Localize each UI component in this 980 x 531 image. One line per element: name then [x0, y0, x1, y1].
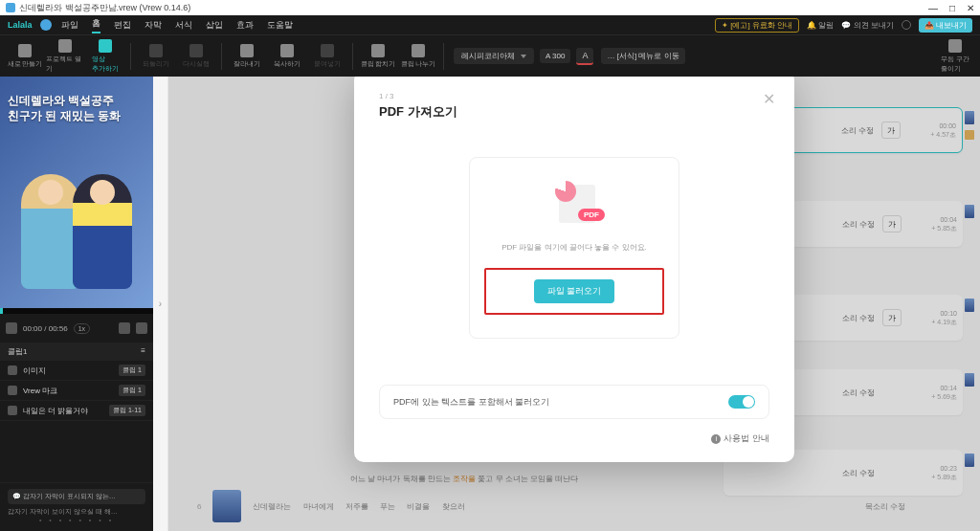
notify-button[interactable]: 🔔 알림	[807, 20, 834, 31]
chevron-down-icon	[521, 55, 526, 58]
usage-guide-button[interactable]: i사용법 안내	[379, 432, 769, 445]
playbar[interactable]	[0, 308, 153, 314]
play-button[interactable]	[6, 322, 17, 334]
menu-home[interactable]: 홈	[92, 17, 100, 33]
music-icon	[8, 406, 17, 415]
redo-icon	[189, 44, 203, 57]
notice-line: 갑자기 자막이 보이지 않으실 때 해…	[8, 507, 145, 517]
menubar: Lalala 파일 홈 편집 자막 서식 삽입 효과 도움말 ✦ [예고] 유료…	[0, 15, 980, 34]
tool-open[interactable]: 프로젝트 열기	[46, 37, 84, 76]
tool-copy[interactable]: 복사하기	[268, 37, 306, 76]
menu-insert[interactable]: 삽입	[206, 19, 223, 32]
window-minimize[interactable]: —	[928, 3, 938, 13]
modal-overlay: 1 / 3 PDF 가져오기 ✕ PDF PDF 파일을 여기에 끌어다 놓을 …	[168, 77, 980, 531]
window-maximize[interactable]: □	[949, 3, 955, 13]
left-panel: 신데렐라와 백설공주 친구가 된 재밌는 동화 00:00 / 00:56 1x…	[0, 77, 153, 531]
list-menu-icon[interactable]: ≡	[141, 346, 145, 357]
undo-icon	[149, 44, 163, 57]
main: 신데렐라와 백설공주 친구가 된 재밌는 동화 00:00 / 00:56 1x…	[0, 77, 980, 531]
clip-row[interactable]: 이미지클립 1	[0, 361, 153, 381]
speed-button[interactable]: 1x	[74, 323, 90, 334]
info-icon: i	[711, 434, 721, 444]
tool-merge-clip[interactable]: 클립 합치기	[359, 37, 397, 76]
user-avatar[interactable]	[40, 19, 52, 31]
font-color[interactable]: A	[576, 48, 593, 65]
menu-subtitle[interactable]: 자막	[145, 19, 162, 32]
tool-undo: 되돌리기	[137, 37, 175, 76]
add-video-icon	[99, 39, 112, 53]
player-time: 00:00 / 00:56	[23, 324, 68, 333]
open-icon	[58, 39, 72, 53]
modal-close-button[interactable]: ✕	[763, 90, 775, 108]
window-title: 신데렐라와 백설공주만남.vrew (Vrew 0.14.6)	[19, 2, 190, 14]
include-text-option[interactable]: PDF에 있는 텍스트를 포함해서 불러오기	[379, 385, 769, 419]
content-area: 소리 수정가00:00+ 4.57초소리 수정가00:04+ 5.85초소리 수…	[168, 77, 980, 531]
menu-format[interactable]: 서식	[175, 19, 192, 32]
logo-icon	[8, 386, 17, 395]
preview-title: 신데렐라와 백설공주 친구가 된 재밌는 동화	[0, 77, 128, 123]
font-size[interactable]: A 300	[540, 49, 570, 63]
feedback-button[interactable]: 💬 의견 보내기	[841, 20, 893, 31]
copy-icon	[280, 44, 294, 57]
clip-row[interactable]: 내일은 더 밝을거야클립 1-11	[0, 401, 153, 421]
tool-silence[interactable]: 무음 구간 줄이기	[936, 37, 974, 76]
image-icon	[8, 365, 17, 375]
export-button[interactable]: 📤 내보내기	[919, 18, 972, 33]
option-toggle[interactable]	[728, 395, 755, 409]
window-close[interactable]: ✕	[967, 3, 974, 13]
new-icon	[18, 44, 32, 57]
font-select[interactable]: 레시피코리아체	[454, 48, 534, 64]
tool-paste: 붙여넣기	[308, 37, 346, 76]
upgrade-chip[interactable]: ✦ [예고] 유료화 안내	[715, 18, 799, 33]
notice-area: 💬 갑자기 자막이 표시되지 않는… 갑자기 자막이 보이지 않으실 때 해… …	[0, 482, 153, 531]
clip-list-header: 클립1 ≡	[0, 343, 153, 361]
tool-split-clip[interactable]: 클립 나누기	[399, 37, 437, 76]
pdf-file-icon: PDF	[553, 181, 595, 223]
pdf-import-modal: 1 / 3 PDF 가져오기 ✕ PDF PDF 파일을 여기에 끌어다 놓을 …	[354, 77, 794, 462]
tool-redo: 다시실행	[177, 37, 215, 76]
menu-help[interactable]: 도움말	[267, 19, 293, 32]
highlight-box: 파일 불러오기	[484, 268, 665, 315]
menu-effect[interactable]: 효과	[236, 19, 254, 32]
notice-bubble[interactable]: 💬 갑자기 자막이 표시되지 않는…	[8, 489, 145, 504]
player-controls: 00:00 / 00:56 1x	[0, 314, 153, 343]
brand: Lalala	[8, 20, 33, 30]
theme-toggle-icon[interactable]	[902, 20, 911, 30]
load-file-button[interactable]: 파일 불러오기	[534, 279, 615, 303]
silence-icon	[948, 39, 962, 53]
drop-hint: PDF 파일을 여기에 끌어다 놓을 수 있어요.	[501, 242, 647, 253]
app-icon	[6, 3, 15, 12]
toolbar: 새로 만들기 프로젝트 열기 영상 추가하기 되돌리기 다시실행 잘라내기 복사…	[0, 34, 980, 77]
menu-edit[interactable]: 편집	[114, 19, 131, 32]
tool-new[interactable]: 새로 만들기	[6, 37, 44, 76]
panel-expand-handle[interactable]: ›	[153, 77, 168, 531]
window-titlebar: 신데렐라와 백설공주만남.vrew (Vrew 0.14.6) — □ ✕	[0, 0, 980, 15]
menu-file[interactable]: 파일	[61, 19, 78, 32]
modal-step: 1 / 3	[379, 92, 769, 100]
format-menu-link[interactable]: … [서식] 메뉴로 이동	[601, 48, 684, 64]
tool-cut[interactable]: 잘라내기	[228, 37, 266, 76]
pdf-drop-zone[interactable]: PDF PDF 파일을 여기에 끌어다 놓을 수 있어요. 파일 불러오기	[469, 157, 679, 339]
option-label: PDF에 있는 텍스트를 포함해서 불러오기	[393, 396, 549, 409]
paste-icon	[321, 44, 334, 57]
video-preview[interactable]: 신데렐라와 백설공주 친구가 된 재밌는 동화	[0, 77, 153, 308]
clip-list: 클립1 ≡ 이미지클립 1 Vrew 마크클립 1 내일은 더 밝을거야클립 1…	[0, 343, 153, 482]
split-icon	[412, 44, 425, 57]
notice-pager[interactable]: • • • • • • • •	[8, 517, 145, 525]
modal-title: PDF 가져오기	[379, 103, 769, 121]
clip-row[interactable]: Vrew 마크클립 1	[0, 381, 153, 401]
merge-icon	[371, 44, 385, 57]
tool-add-video[interactable]: 영상 추가하기	[86, 37, 124, 76]
volume-icon[interactable]	[119, 322, 130, 334]
cut-icon	[240, 44, 254, 57]
fullscreen-icon[interactable]	[136, 322, 147, 334]
